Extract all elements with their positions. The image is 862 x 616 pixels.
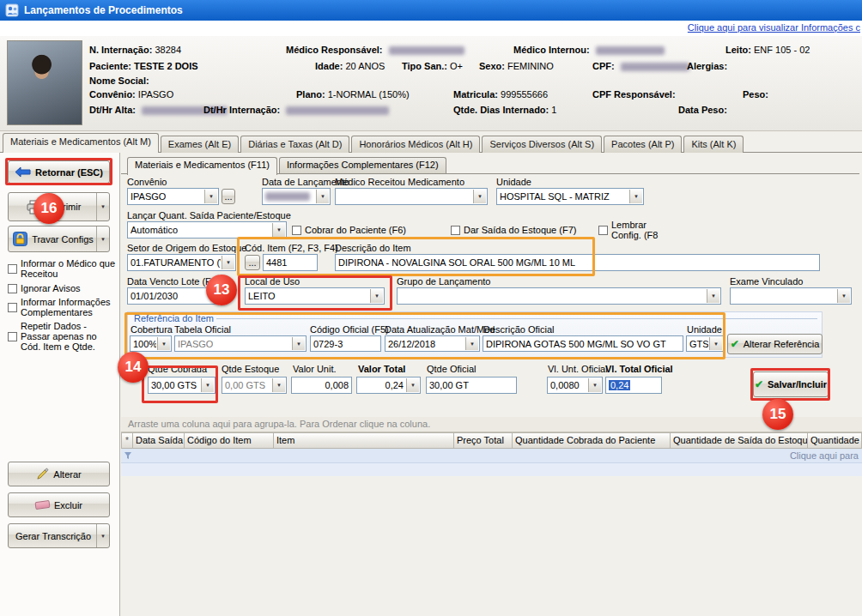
matricula: Matricula: 999555666 xyxy=(453,89,548,100)
grupo-lancamento-combobox[interactable]: ▼ xyxy=(397,287,721,305)
dropdown-arrow-icon[interactable]: ▼ xyxy=(406,378,419,392)
medico-receitou-combobox[interactable]: ▼ xyxy=(335,188,488,205)
codigo-oficial-input[interactable]: 0729-3 xyxy=(310,335,381,352)
tab-honorarios-medicos[interactable]: Honorários Médicos (Alt H) xyxy=(351,136,480,153)
unidade-oficial-combobox[interactable]: GTS ▼ xyxy=(686,335,724,352)
informar-medico-checkbox[interactable]: Informar o Médico que Receitou xyxy=(8,258,116,279)
data-lancamento-combobox[interactable]: ▼ xyxy=(262,188,331,205)
convenio-combobox[interactable]: IPASGO ▼ xyxy=(127,188,219,205)
checkbox-box[interactable] xyxy=(8,332,17,341)
salvar-incluir-button[interactable]: ✔ Salvar/Incluir xyxy=(753,371,829,397)
vl-unt-oficial-combobox[interactable]: 0,0080 ▼ xyxy=(547,377,603,394)
data-atualizacao-combobox[interactable]: 26/12/2018 ▼ xyxy=(385,335,480,352)
grid-group-drop-zone[interactable]: Arraste uma coluna aqui para agrupa-la. … xyxy=(121,417,862,432)
dropdown-arrow-icon[interactable]: ▼ xyxy=(292,337,305,350)
dropdown-arrow-icon[interactable]: ▼ xyxy=(588,378,601,392)
cpf-label: CPF: xyxy=(592,61,615,71)
repetir-dados-checkbox[interactable]: Repetir Dados - Passar apenas no Cód. It… xyxy=(8,321,116,352)
cod-item-input[interactable]: 4481 xyxy=(263,254,318,271)
retornar-button[interactable]: Retornar (ESC) xyxy=(8,160,110,184)
qtde-estoque-combobox[interactable]: 0,00 GTS ▼ xyxy=(222,377,287,394)
cobrar-paciente-checkbox[interactable]: Cobrar do Paciente (F6) xyxy=(292,225,406,235)
grid-filter-row[interactable]: Clique aqui para xyxy=(121,449,862,463)
dropdown-arrow-icon[interactable]: ▼ xyxy=(201,378,214,392)
excluir-button[interactable]: Excluir xyxy=(8,492,110,517)
qtde-cobrada-combobox[interactable]: 30,00 GTS ▼ xyxy=(148,377,216,394)
tab-pacotes[interactable]: Pacotes (Alt P) xyxy=(604,136,682,153)
informar-medico-label: Informar o Médico que Receitou xyxy=(21,258,116,279)
lembrar-config-checkbox[interactable]: Lembrar Config. (F8 xyxy=(598,220,671,240)
checkbox-box[interactable] xyxy=(8,284,17,293)
local-uso-combobox[interactable]: LEITO ▼ xyxy=(245,287,385,305)
dropdown-arrow-icon[interactable]: ▼ xyxy=(707,289,719,303)
travar-configs-button[interactable]: Travar Configs ▼ xyxy=(8,226,110,252)
alterar-button[interactable]: Alterar xyxy=(8,462,110,486)
annotation-number-13: 13 xyxy=(206,275,237,305)
unidade-combobox[interactable]: HOSPITAL SQL - MATRIZ ▼ xyxy=(496,188,644,205)
checkbox-box[interactable] xyxy=(292,226,301,235)
checkbox-box[interactable] xyxy=(8,303,17,312)
dropdown-arrow-icon[interactable]: ▼ xyxy=(837,289,850,303)
column-header-item[interactable]: Item xyxy=(274,432,454,449)
column-header-qtd-sa[interactable]: Quantidade de Sa xyxy=(808,432,862,449)
travar-configs-label: Travar Configs xyxy=(32,234,94,245)
grid-empty-row[interactable] xyxy=(121,463,862,476)
qtde-dias-internado-value: 1 xyxy=(551,105,556,115)
travar-configs-dropdown-arrow-icon[interactable]: ▼ xyxy=(96,226,109,251)
dropdown-arrow-icon[interactable]: ▼ xyxy=(629,190,642,203)
dropdown-arrow-icon[interactable]: ▼ xyxy=(272,223,285,237)
cobertura-combobox[interactable]: 100% ▼ xyxy=(130,335,172,352)
descricao-oficial-input[interactable]: DIPIRONA GOTAS 500 MG/ML SO VO GT xyxy=(483,335,683,352)
dar-saida-checkbox[interactable]: Dar Saída do Estoque (F7) xyxy=(451,225,576,235)
dropdown-arrow-icon[interactable]: ▼ xyxy=(204,190,217,203)
checkbox-box[interactable] xyxy=(451,226,460,235)
dropdown-arrow-icon[interactable]: ▼ xyxy=(709,337,722,350)
local-uso-label: Local de Uso xyxy=(245,276,300,287)
tab-exames[interactable]: Exames (Alt E) xyxy=(161,136,239,153)
tab-diarias-taxas[interactable]: Diárias e Taxas (Alt D) xyxy=(240,136,349,153)
column-header-qtd-saida[interactable]: Quantidade de Saída do Estoque xyxy=(671,432,808,449)
dropdown-arrow-icon[interactable]: ▼ xyxy=(465,337,478,350)
column-header-data-saida[interactable]: Data Saída xyxy=(133,432,185,449)
alterar-referencia-button[interactable]: ✔ Alterar Referência xyxy=(727,334,823,354)
valor-total-value: 0,24 xyxy=(383,380,405,390)
dropdown-arrow-icon[interactable]: ▼ xyxy=(473,190,486,203)
informar-informacoes-checkbox[interactable]: Informar Informações Complementares xyxy=(8,297,116,317)
tab-materiais-f11[interactable]: Materiais e Medicamentos (F11) xyxy=(127,157,277,175)
dropdown-arrow-icon[interactable]: ▼ xyxy=(370,289,383,303)
tab-materiais-medicamentos[interactable]: Materiais e Medicamentos (Alt M) xyxy=(3,133,159,153)
tabela-oficial-combobox[interactable]: IPASGO ▼ xyxy=(174,335,307,352)
qtde-estoque-label: Qtde Estoque xyxy=(222,364,279,374)
dropdown-arrow-icon[interactable]: ▼ xyxy=(316,190,329,203)
checkbox-box[interactable] xyxy=(8,264,17,274)
lancar-quant-combobox[interactable]: Automático ▼ xyxy=(127,221,287,239)
column-header-qtd-cobrada[interactable]: Quantidade Cobrada do Paciente xyxy=(513,432,671,449)
leito: Leito: ENF 105 - 02 xyxy=(725,45,810,55)
dthr-internacao: Dt/Hr Internação: xyxy=(203,105,389,115)
dropdown-arrow-icon[interactable]: ▼ xyxy=(272,378,285,392)
tab-kits[interactable]: Kits (Alt K) xyxy=(683,136,744,153)
column-header-preco-total[interactable]: Preço Total xyxy=(454,432,513,449)
cod-item-ellipsis-button[interactable]: ... xyxy=(245,255,260,270)
dropdown-arrow-icon[interactable]: ▼ xyxy=(222,256,234,269)
ignorar-avisos-checkbox[interactable]: Ignorar Avisos xyxy=(8,283,81,293)
data-vencto-input[interactable]: 01/01/2030 xyxy=(127,287,218,305)
exame-vinculado-combobox[interactable]: ▼ xyxy=(730,287,852,305)
imprimir-dropdown-arrow-icon[interactable]: ▼ xyxy=(96,193,109,220)
descricao-item-input[interactable]: DIPIRONA - NOVALGINA SOL ORAL 500 MG/ML … xyxy=(335,254,820,271)
tab-servicos-diversos[interactable]: Serviços Diversos (Alt S) xyxy=(482,136,602,153)
vl-total-oficial-input[interactable]: 0,24 xyxy=(605,377,662,394)
pencil-icon xyxy=(36,468,49,480)
valor-unit-input[interactable]: 0,008 xyxy=(291,377,352,394)
column-header-codigo-item[interactable]: Código do Item xyxy=(185,432,274,449)
valor-total-combobox[interactable]: 0,24 ▼ xyxy=(356,377,421,394)
qtde-oficial-input[interactable]: 30,00 GT xyxy=(426,377,517,394)
gerar-transcricao-dropdown-arrow-icon[interactable]: ▼ xyxy=(96,524,109,547)
setor-origem-combobox[interactable]: 01.FATURAMENTO (VIRT ▼ xyxy=(127,254,236,271)
convenio-ellipsis-button[interactable]: ... xyxy=(222,189,235,204)
gerar-transcricao-button[interactable]: Gerar Transcrição ▼ xyxy=(8,523,110,548)
tab-informacoes-f12[interactable]: Informações Complementares (F12) xyxy=(279,157,446,173)
dropdown-arrow-icon[interactable]: ▼ xyxy=(157,337,170,350)
visualizar-informacoes-link[interactable]: Clique aqui para visualizar Informações … xyxy=(688,22,860,33)
checkbox-box[interactable] xyxy=(598,226,608,235)
